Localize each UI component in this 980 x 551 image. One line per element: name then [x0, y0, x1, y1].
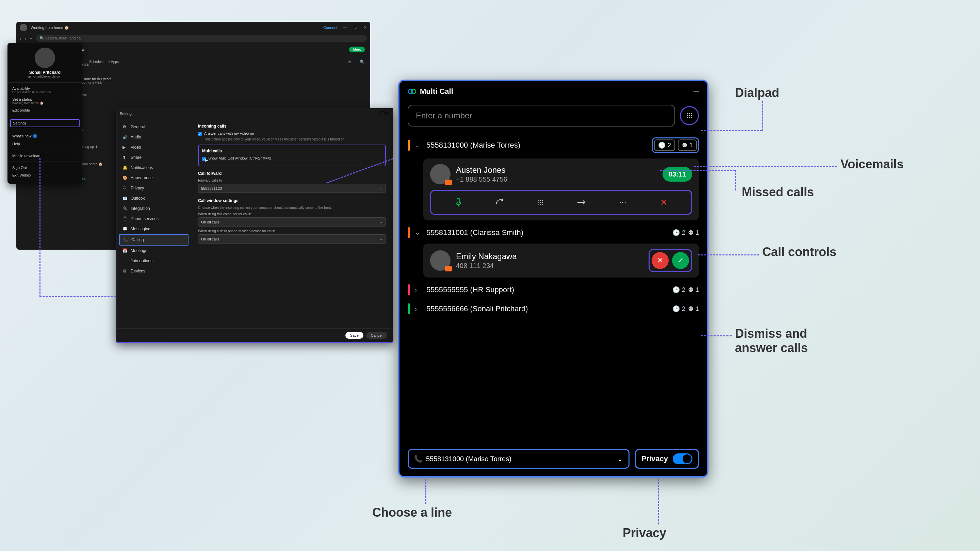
- nav-integration[interactable]: 🔌Integration: [119, 203, 189, 214]
- line-indicator: [408, 227, 410, 238]
- keypad-button[interactable]: [534, 195, 547, 209]
- line-row[interactable]: ⌄ 5558131001 (Clarissa Smith) 🕒2 ⚉1: [399, 223, 707, 242]
- nav-notifications[interactable]: 🔔Notifications: [119, 163, 189, 173]
- maximize-icon[interactable]: ☐: [380, 110, 385, 117]
- profile-avatar[interactable]: [35, 48, 55, 68]
- caller-avatar[interactable]: [430, 164, 450, 184]
- nav-devices[interactable]: 🖥Devices: [119, 266, 189, 276]
- svg-point-6: [689, 115, 690, 116]
- meet-button[interactable]: Meet: [349, 47, 365, 52]
- annotation-chooseline: Choose a line: [372, 505, 452, 520]
- dialpad-button[interactable]: [680, 106, 699, 125]
- minimize-icon[interactable]: —: [343, 25, 347, 30]
- transfer-button[interactable]: [575, 195, 588, 209]
- menu-availability[interactable]: AvailabilityDo not disturb until tomorro…: [12, 85, 78, 95]
- hold-icon: [495, 198, 504, 207]
- chevron-down-icon[interactable]: ⌄: [415, 229, 422, 237]
- when-desk-select[interactable]: On all calls⌄: [198, 234, 386, 243]
- bell-icon: 🔔: [123, 165, 127, 170]
- voicemail-badge[interactable]: ⚉1: [688, 286, 699, 294]
- minimize-icon[interactable]: —: [694, 89, 699, 95]
- sidebar-item[interactable]: enda: [81, 60, 115, 68]
- cancel-button[interactable]: Cancel: [366, 332, 387, 339]
- nav-audio[interactable]: 🔊Audio: [119, 132, 189, 142]
- voicemail-badge[interactable]: ⚉1: [688, 229, 699, 237]
- menu-signout[interactable]: Sign Out: [12, 164, 78, 171]
- nav-video[interactable]: ▶Video: [119, 142, 189, 152]
- menu-help[interactable]: Help›: [12, 140, 78, 148]
- when-computer-select[interactable]: On all calls⌄: [198, 218, 386, 227]
- nav-messaging[interactable]: 💬Messaging: [119, 224, 189, 234]
- nav-share[interactable]: ⬆Share: [119, 152, 189, 163]
- svg-point-3: [689, 113, 690, 114]
- user-avatar-small[interactable]: [20, 24, 27, 31]
- maximize-icon[interactable]: ☐: [353, 25, 357, 30]
- svg-point-21: [540, 204, 541, 205]
- chevron-down-icon[interactable]: ⌄: [415, 141, 422, 149]
- nav-calling[interactable]: 📞Calling: [119, 234, 189, 246]
- nav-meetings[interactable]: 📅Meetings: [119, 246, 189, 256]
- more-button[interactable]: ⋯: [616, 195, 630, 209]
- when-desk-label: When using a desk phone or video device …: [198, 229, 386, 233]
- menu-set-status[interactable]: Set a statusWorking from home 🏠 ›: [12, 95, 78, 106]
- menu-whats-new[interactable]: What's new 🔵›: [12, 132, 78, 140]
- back-icon[interactable]: ‹: [20, 36, 21, 41]
- nav-privacy[interactable]: 🛡Privacy: [119, 183, 189, 193]
- end-call-button[interactable]: ✕: [657, 195, 671, 209]
- nav-general[interactable]: ⚙General: [119, 122, 189, 132]
- search-input[interactable]: 🔍 Search, meet, and call: [36, 35, 367, 42]
- nav-join-options[interactable]: Join options: [119, 256, 189, 266]
- caller-number: +1 888 555 4756: [456, 176, 657, 183]
- sidebar-item[interactable]: eral: [81, 91, 115, 99]
- close-icon: ✕: [657, 256, 663, 265]
- annotation-line: [698, 254, 759, 256]
- mute-button[interactable]: [452, 195, 465, 209]
- nav-outlook[interactable]: 📧Outlook: [119, 193, 189, 203]
- privacy-toggle[interactable]: [673, 453, 692, 464]
- line-row[interactable]: ⌄ 5558131000 (Marise Torres) 🕒2 ⚉1: [399, 133, 707, 157]
- menu-edit-profile[interactable]: Edit profile: [12, 106, 78, 114]
- chevron-right-icon[interactable]: ›: [415, 286, 422, 294]
- menu-exit[interactable]: Exit Webex: [12, 171, 78, 179]
- dismiss-button[interactable]: ✕: [652, 252, 669, 269]
- sidebar-item[interactable]: from home 🏠: [81, 160, 115, 168]
- missed-badge[interactable]: 🕒2: [672, 305, 685, 313]
- line-selector[interactable]: 📞 5558131000 (Marise Torres) ⌄: [408, 449, 630, 469]
- voicemail-badge[interactable]: ⚉1: [688, 305, 699, 313]
- dial-input[interactable]: Enter a number: [408, 105, 675, 127]
- sidebar-item[interactable]: Out for a walk: [81, 79, 115, 86]
- search-channel-icon[interactable]: 🔍: [360, 60, 365, 64]
- line-row[interactable]: › 5555556666 (Sonali Pritchard) 🕒2 ⚉1: [399, 299, 707, 318]
- chevron-right-icon[interactable]: ›: [415, 305, 422, 313]
- checkbox-answer-video[interactable]: ✓: [198, 132, 202, 136]
- menu-mobile[interactable]: Mobile download›: [12, 152, 78, 159]
- plus-icon[interactable]: +: [30, 36, 32, 41]
- menu-settings[interactable]: Settings: [10, 119, 80, 127]
- settings-content: Incoming calls ✓ Answer calls with my vi…: [191, 119, 393, 328]
- minimize-icon[interactable]: —: [375, 111, 380, 117]
- save-button[interactable]: Save: [345, 332, 363, 339]
- forward-select[interactable]: 5553321123⌄: [198, 184, 386, 193]
- close-icon[interactable]: ✕: [385, 110, 389, 117]
- nav-appearance[interactable]: 🎨Appearance: [119, 173, 189, 183]
- answer-button[interactable]: ✓: [672, 252, 689, 269]
- close-icon[interactable]: ✕: [363, 25, 367, 30]
- gear-icon: ⚙: [123, 124, 127, 129]
- missed-badge[interactable]: 🕒2: [672, 229, 685, 237]
- line-row[interactable]: › 5555555555 (HR Support) 🕒2 ⚉1: [399, 280, 707, 299]
- split-icon[interactable]: ⧉: [348, 60, 352, 64]
- missed-badge[interactable]: 🕒2: [654, 140, 675, 151]
- clock-icon: 🕒: [672, 305, 680, 313]
- sidebar-item[interactable]: ching up ⬆: [81, 143, 115, 151]
- forward-icon[interactable]: ›: [25, 36, 27, 41]
- voicemail-icon: ⚉: [688, 229, 694, 237]
- missed-badge[interactable]: 🕒2: [672, 286, 685, 294]
- caller-avatar[interactable]: [430, 250, 450, 271]
- connect-link[interactable]: Connect: [323, 25, 337, 30]
- nav-phone-services[interactable]: 📱Phone services: [119, 214, 189, 224]
- voicemail-badge[interactable]: ⚉1: [678, 140, 697, 151]
- hold-button[interactable]: [493, 195, 506, 209]
- annotation-line: [660, 170, 735, 171]
- sidebar-item[interactable]: s: [81, 126, 115, 134]
- sidebar-item[interactable]: ent: [81, 175, 115, 183]
